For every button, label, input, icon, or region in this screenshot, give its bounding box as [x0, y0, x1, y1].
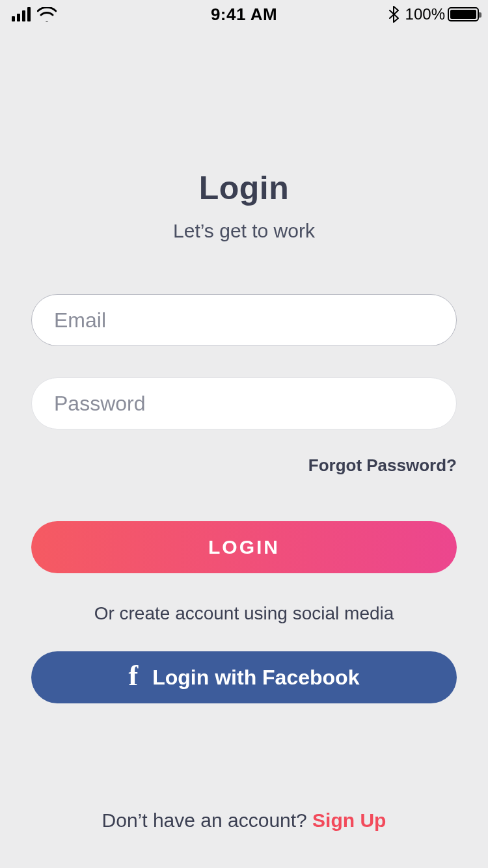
cellular-signal-icon: [12, 7, 31, 21]
battery-percentage: 100%: [405, 5, 445, 23]
wifi-icon: [37, 7, 57, 21]
password-field[interactable]: [31, 377, 457, 429]
facebook-icon: f: [129, 662, 139, 690]
status-bar: 9:41 AM 100%: [0, 0, 488, 29]
signup-prompt: Don’t have an account?: [102, 809, 313, 831]
battery-icon: [448, 7, 479, 21]
login-button[interactable]: LOGIN: [31, 521, 457, 573]
page-title: Login: [199, 169, 290, 207]
forgot-password-link[interactable]: Forgot Password?: [31, 455, 457, 476]
social-hint: Or create account using social media: [94, 603, 394, 624]
signup-line: Don’t have an account? Sign Up: [0, 809, 488, 832]
facebook-login-button[interactable]: f Login with Facebook: [31, 651, 457, 703]
status-time: 9:41 AM: [211, 5, 277, 24]
page-subtitle: Let’s get to work: [173, 220, 315, 242]
bluetooth-icon: [388, 6, 399, 23]
signup-link[interactable]: Sign Up: [312, 809, 386, 831]
facebook-button-label: Login with Facebook: [152, 666, 359, 690]
email-field[interactable]: [31, 294, 457, 346]
